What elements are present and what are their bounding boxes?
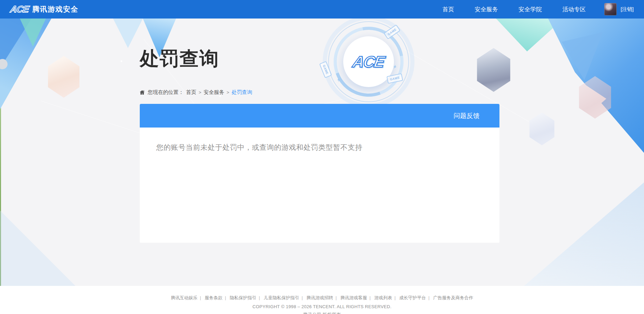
result-message: 您的账号当前未处于处罚中，或查询的游戏和处罚类型暂不支持 xyxy=(156,143,483,152)
badge-disc: ACE xyxy=(343,36,394,87)
footer-separator: | xyxy=(301,295,302,300)
footer-link-child-privacy[interactable]: 儿童隐私保护指引 xyxy=(263,295,299,300)
card-body: 您的账号当前未处于处罚中，或查询的游戏和处罚类型暂不支持 xyxy=(140,128,499,243)
bg-triangle-top-mid-light xyxy=(113,19,143,48)
breadcrumb-security-services[interactable]: 安全服务 xyxy=(204,89,224,96)
footer-link-tencent-games[interactable]: 腾讯互动娱乐 xyxy=(171,295,197,300)
breadcrumb: 您现在的位置： 首页 > 安全服务 > 处罚查询 xyxy=(139,89,252,96)
logout-link[interactable]: [注销] xyxy=(621,6,634,13)
footer-separator: | xyxy=(200,295,201,300)
footer-link-service[interactable]: 腾讯游戏客服 xyxy=(340,295,367,300)
nav-item-security-academy[interactable]: 安全学院 xyxy=(519,6,542,13)
breadcrumb-separator: > xyxy=(199,90,201,95)
breadcrumb-separator: > xyxy=(227,90,230,95)
feedback-link[interactable]: 问题反馈 xyxy=(454,111,480,120)
copyright-line: COPYRIGHT © 1998 – 2026 TENCENT. ALL RIG… xyxy=(0,304,644,309)
footer-separator: | xyxy=(336,295,337,300)
footer-link-ads[interactable]: 广告服务及商务合作 xyxy=(433,295,473,300)
brand-title: 腾讯游戏安全 xyxy=(32,4,78,14)
user-avatar[interactable] xyxy=(604,3,617,15)
page-title: 处罚查询 xyxy=(140,46,219,72)
mesh-dot xyxy=(121,60,122,62)
page-footer: 腾讯互动娱乐| 服务条款| 隐私保护指引| 儿童隐私保护指引| 腾讯游戏招聘| … xyxy=(0,286,644,314)
nav-item-security-services[interactable]: 安全服务 xyxy=(475,6,498,13)
footer-link-guard-platform[interactable]: 成长守护平台 xyxy=(399,295,426,300)
brand-logo[interactable]: ACE 腾讯游戏安全 xyxy=(10,4,78,14)
nav-menu: 首页 安全服务 安全学院 活动专区 xyxy=(432,5,596,13)
top-navbar: ACE 腾讯游戏安全 首页 安全服务 安全学院 活动专区 [注销] xyxy=(0,0,644,19)
footer-link-game-list[interactable]: 游戏列表 xyxy=(374,295,392,300)
bg-wash-bottom-left xyxy=(0,210,75,286)
footer-separator: | xyxy=(370,295,371,300)
breadcrumb-home[interactable]: 首页 xyxy=(186,89,196,96)
nav-item-home[interactable]: 首页 xyxy=(443,6,454,13)
ace-badge: ACE xyxy=(328,21,409,102)
ace-center-logo-icon: ACE xyxy=(351,52,386,71)
ace-logo-icon: ACE xyxy=(10,5,30,14)
breadcrumb-current[interactable]: 处罚查询 xyxy=(232,89,252,96)
footer-link-recruit[interactable]: 腾讯游戏招聘 xyxy=(307,295,333,300)
footer-separator: | xyxy=(225,295,226,300)
footer-links: 腾讯互动娱乐| 服务条款| 隐私保护指引| 儿童隐私保护指引| 腾讯游戏招聘| … xyxy=(0,295,644,301)
home-icon xyxy=(139,89,145,95)
nav-item-activity-zone[interactable]: 活动专区 xyxy=(562,6,586,13)
footer-separator: | xyxy=(429,295,430,300)
footer-link-privacy[interactable]: 隐私保护指引 xyxy=(230,295,256,300)
hex-character-left xyxy=(46,56,82,98)
query-result-card: 问题反馈 您的账号当前未处于处罚中，或查询的游戏和处罚类型暂不支持 xyxy=(140,104,499,243)
breadcrumb-prefix: 您现在的位置： xyxy=(148,89,184,96)
company-line: 腾讯公司 版权所有 xyxy=(0,312,644,314)
hero-section: ACE GAME GAME GAME 处罚查询 您现在的位置： 首页 > 安全服… xyxy=(0,19,644,286)
footer-link-terms[interactable]: 服务条款 xyxy=(205,295,222,300)
footer-separator: | xyxy=(259,295,260,300)
card-banner: 问题反馈 xyxy=(140,104,499,128)
bg-wash-bottom-right xyxy=(524,182,644,286)
footer-separator: | xyxy=(395,295,396,300)
